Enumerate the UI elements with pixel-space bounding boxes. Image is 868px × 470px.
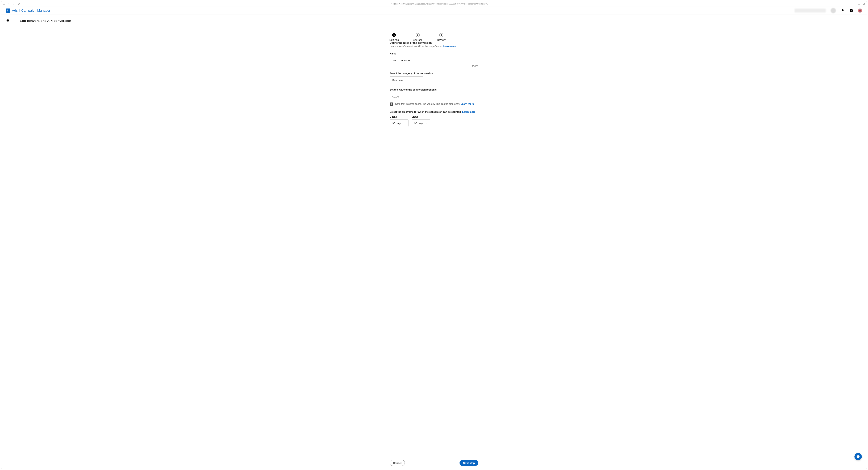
share-icon[interactable] <box>858 3 860 5</box>
chevron-down-icon <box>404 123 406 124</box>
account-name-blurred[interactable] <box>795 9 826 12</box>
section-title: Define the rules of the conversion <box>390 41 478 44</box>
conversion-name-input[interactable] <box>390 57 478 64</box>
value-learn-more-link[interactable]: Learn more <box>461 102 474 105</box>
svg-rect-3 <box>863 3 865 4</box>
category-label: Select the category of the conversion <box>390 72 478 75</box>
views-select[interactable]: 90 days <box>412 120 430 127</box>
value-label: Set the value of the conversion (optiona… <box>390 88 478 91</box>
chevron-down-icon <box>426 123 428 124</box>
clicks-label: Clicks <box>390 115 408 118</box>
value-note: Note that in some cases, the value will … <box>395 102 474 105</box>
views-label: Views <box>412 115 430 118</box>
next-step-button[interactable]: Next step <box>460 460 478 466</box>
browser-chrome: linkedin.com/campaignmanager/accounts/51… <box>1 1 867 6</box>
step-settings[interactable]: 1 Settings <box>390 33 399 41</box>
svg-rect-0 <box>3 3 5 5</box>
page-title-bar: Edit conversions API conversion <box>1 15 867 27</box>
clicks-select[interactable]: 90 days <box>390 120 408 127</box>
brand-campaign-manager: Campaign Manager <box>21 9 50 12</box>
stepper: 1 Settings 2 Sources 3 Review <box>390 33 478 41</box>
cancel-button[interactable]: Cancel <box>390 460 405 466</box>
app-header: in Ads | Campaign Manager ? <box>1 6 867 15</box>
brand-logo[interactable]: in Ads | Campaign Manager <box>6 8 50 13</box>
back-arrow-icon[interactable] <box>6 19 10 23</box>
account-avatar[interactable] <box>831 8 836 13</box>
category-select[interactable]: Purchase <box>390 76 424 84</box>
char-count: 15/100 <box>390 65 478 67</box>
reload-icon[interactable] <box>18 3 20 5</box>
nav-back-icon[interactable] <box>8 3 10 5</box>
link-icon <box>390 3 393 5</box>
help-icon[interactable]: ? <box>849 9 853 12</box>
timeframe-learn-more-link[interactable]: Learn more <box>462 110 475 113</box>
step-sources[interactable]: 2 Sources <box>413 33 422 41</box>
svg-text:?: ? <box>850 9 852 12</box>
brand-ads: Ads <box>12 9 18 12</box>
timeframe-label: Select the timeframe for when the conver… <box>390 110 478 113</box>
name-label: Name <box>390 52 478 55</box>
tabs-icon[interactable] <box>863 3 865 5</box>
page-title: Edit conversions API conversion <box>20 19 71 23</box>
chat-icon <box>856 455 860 458</box>
step-review[interactable]: 3 Review <box>437 33 446 41</box>
linkedin-logo-icon: in <box>6 8 10 13</box>
section-subtitle: Learn about Conversions API at the Help … <box>390 45 478 48</box>
learn-more-link[interactable]: Learn more <box>443 45 456 48</box>
info-icon: i <box>390 102 393 106</box>
nav-forward-icon <box>13 3 15 5</box>
url-bar[interactable]: linkedin.com/campaignmanager/accounts/51… <box>394 3 488 5</box>
sidebar-toggle-icon[interactable] <box>3 3 5 5</box>
chat-fab[interactable] <box>855 453 862 460</box>
notifications-icon[interactable] <box>841 9 844 12</box>
chevron-down-icon <box>419 79 421 81</box>
footer-bar: Cancel Next step <box>1 458 867 468</box>
locale-flag-icon[interactable] <box>858 9 862 12</box>
conversion-value-input[interactable] <box>390 93 478 100</box>
